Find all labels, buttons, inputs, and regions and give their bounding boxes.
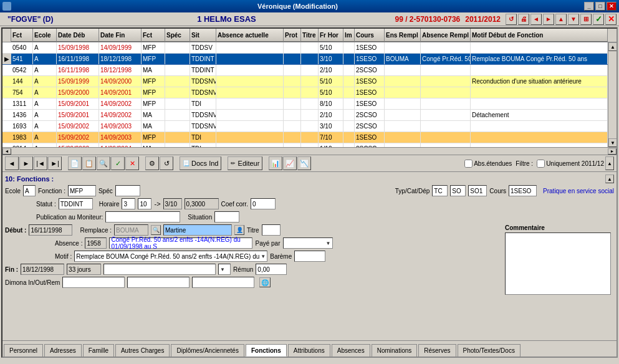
scroll-up-btn[interactable]: ▲ bbox=[608, 42, 617, 51]
table-row[interactable]: 1436 A 15/09/2001 14/09/2002 MA TDDSNV 2… bbox=[2, 110, 608, 121]
scroll-down-btn[interactable]: ▼ bbox=[608, 138, 617, 147]
dimona-input[interactable] bbox=[62, 277, 125, 288]
abs-etendues-input[interactable] bbox=[464, 160, 473, 168]
th-fr-hor[interactable]: Fr Hor bbox=[319, 29, 343, 42]
close-button[interactable]: ✕ bbox=[607, 2, 617, 11]
form-collapse-btn[interactable]: ▲ bbox=[605, 175, 614, 183]
table-row[interactable]: 144 A 15/09/1999 14/09/2000 MFP TDDSNV 5… bbox=[2, 76, 608, 87]
table-row[interactable]: 1311 A 15/09/2001 14/09/2002 MFP TDI 8/1… bbox=[2, 98, 608, 110]
titre-input[interactable] bbox=[262, 224, 281, 236]
search-person-btn[interactable]: 🔍 bbox=[151, 225, 161, 235]
tab-absences[interactable]: Absences bbox=[332, 344, 370, 357]
th-date-fin[interactable]: Date Fin bbox=[99, 29, 142, 42]
tab-photo[interactable]: Photo/Textes/Docs bbox=[458, 344, 521, 357]
nav-grid-icon[interactable]: ⊞ bbox=[580, 14, 592, 25]
fin-extra-input[interactable] bbox=[103, 264, 216, 275]
filter-btn[interactable]: 🔍 bbox=[97, 156, 110, 170]
nav-up-icon[interactable]: ▲ bbox=[555, 14, 567, 25]
nav-check-icon[interactable]: ✓ bbox=[593, 14, 604, 25]
copy-btn[interactable]: 📋 bbox=[82, 156, 96, 170]
minimize-button[interactable]: _ bbox=[584, 2, 594, 11]
abs-etendues-checkbox[interactable]: Abs.étendues bbox=[464, 160, 512, 168]
hscroll-track[interactable] bbox=[11, 148, 608, 155]
th-absence-rempl[interactable]: Absence Rempl bbox=[421, 29, 471, 42]
coef-corr-input[interactable]: 0 bbox=[251, 198, 276, 209]
nav-left-icon[interactable]: ◄ bbox=[530, 14, 542, 25]
table-row[interactable]: 754 A 15/09/2000 14/09/2001 MFP TDDSNV 5… bbox=[2, 87, 608, 98]
tool-extra-3[interactable]: 📊 bbox=[269, 156, 282, 170]
horizontal-scroll[interactable]: ◄ ► bbox=[2, 147, 617, 155]
th-ens-rempl[interactable]: Ens Rempl bbox=[385, 29, 421, 42]
nav-right-icon[interactable]: ► bbox=[543, 14, 554, 25]
cours-input[interactable]: 1SESO bbox=[509, 185, 537, 196]
tool-extra-5[interactable]: 📉 bbox=[297, 156, 311, 170]
check-btn[interactable]: ✓ bbox=[111, 156, 125, 170]
tab-autres-charges[interactable]: Autres Charges bbox=[115, 344, 170, 357]
personne-input[interactable]: Martine bbox=[163, 224, 232, 236]
docs-ind-btn[interactable]: 📃 Docs Ind bbox=[180, 156, 221, 170]
table-row[interactable]: 0542 A 16/11/1998 18/12/1998 MA TDDINT 2… bbox=[2, 65, 608, 76]
motif-combo[interactable]: Remplace BOUMA Congé Pr.Réd. 50 ans/2 en… bbox=[74, 251, 267, 262]
uniquement-input[interactable] bbox=[537, 160, 545, 168]
personne-icon-btn[interactable]: 👤 bbox=[234, 225, 244, 235]
tab-fonctions[interactable]: Fonctions bbox=[246, 344, 287, 357]
th-sit[interactable]: Sit bbox=[190, 29, 216, 42]
uniquement-checkbox[interactable]: Uniquement 2011/12 bbox=[537, 160, 604, 168]
tab-attributions[interactable]: Attributions bbox=[288, 344, 330, 357]
situation-input[interactable] bbox=[214, 211, 239, 223]
th-cours[interactable]: Cours bbox=[355, 29, 385, 42]
table-row[interactable]: 1983 A 15/09/2002 14/09/2003 MFP TDI 7/1… bbox=[2, 132, 608, 143]
absence-desc[interactable]: Congé Pr.Réd. 50 ans/2 enfts -14A(N.REG)… bbox=[109, 237, 252, 249]
so-input[interactable]: SO bbox=[450, 185, 466, 196]
dimona-input3[interactable] bbox=[192, 277, 254, 288]
x-btn[interactable]: ✕ bbox=[125, 156, 139, 170]
fin-combo[interactable]: ▼ bbox=[218, 264, 231, 275]
th-date-deb[interactable]: Date Déb bbox=[57, 29, 99, 42]
nav-x-icon[interactable]: ✕ bbox=[605, 14, 617, 25]
tab-famille[interactable]: Famille bbox=[83, 344, 114, 357]
horaire-den-input[interactable]: 10 bbox=[138, 198, 151, 209]
th-im[interactable]: Im bbox=[343, 29, 355, 42]
nav-prev-btn[interactable]: ◄ bbox=[5, 156, 19, 170]
table-vertical-scroll[interactable]: ▲ ▼ bbox=[608, 42, 617, 147]
pub-moniteur-input[interactable] bbox=[105, 211, 180, 223]
nav-down-icon[interactable]: ▼ bbox=[568, 14, 579, 25]
fonction-input[interactable]: MFP bbox=[68, 185, 96, 196]
editeur-btn[interactable]: ✏ Editeur bbox=[228, 156, 262, 170]
th-motif[interactable]: Motif Début de Fonction bbox=[471, 29, 608, 42]
th-spec[interactable]: Spéc bbox=[165, 29, 190, 42]
tool-extra-4[interactable]: 📈 bbox=[283, 156, 297, 170]
commentaire-textarea[interactable] bbox=[505, 232, 611, 295]
tool-extra-1[interactable]: ⚙ bbox=[145, 156, 159, 170]
scroll-track[interactable] bbox=[608, 51, 617, 138]
th-absence[interactable]: Absence actuelle bbox=[216, 29, 284, 42]
nav-print-icon[interactable]: 🖨 bbox=[518, 14, 529, 25]
tab-adresses[interactable]: Adresses bbox=[44, 344, 82, 357]
tc-input[interactable]: TC bbox=[432, 185, 448, 196]
th-prot[interactable]: Prot bbox=[284, 29, 301, 42]
globe-icon-btn[interactable]: 🌐 bbox=[259, 277, 271, 287]
maximize-button[interactable]: □ bbox=[595, 2, 605, 11]
table-row[interactable]: 0540 A 15/09/1998 14/09/1999 MFP TDDSV 5… bbox=[2, 42, 608, 54]
tab-nominations[interactable]: Nominations bbox=[372, 344, 418, 357]
nav-next-btn[interactable]: ► bbox=[19, 156, 33, 170]
ecole-input[interactable]: A bbox=[23, 185, 36, 196]
so1-input[interactable]: SO1 bbox=[468, 185, 487, 196]
table-row[interactable]: 1693 A 15/09/2002 14/09/2003 MA TDDSNV 3… bbox=[2, 121, 608, 132]
th-fct2[interactable]: Fct bbox=[142, 29, 165, 42]
th-fct[interactable]: Fct bbox=[11, 29, 33, 42]
nav-refresh-icon[interactable]: ↺ bbox=[506, 14, 517, 25]
dimona-input2[interactable] bbox=[127, 277, 190, 288]
hscroll-right[interactable]: ► bbox=[608, 148, 617, 155]
tab-diplomes[interactable]: Diplômes/Anciennetés bbox=[171, 344, 244, 357]
horaire-num-input[interactable]: 3 bbox=[122, 198, 135, 209]
th-titre[interactable]: Titre bbox=[301, 29, 319, 42]
th-ecole[interactable]: Ecole bbox=[33, 29, 57, 42]
statut-input[interactable]: TDDINT bbox=[59, 198, 93, 209]
tool-extra-2[interactable]: ↺ bbox=[160, 156, 173, 170]
spec-input[interactable] bbox=[115, 185, 140, 196]
table-row[interactable]: ▶ 541 A 16/11/1998 18/12/1998 MFP TDDINT… bbox=[2, 54, 608, 65]
remplace-input[interactable]: BOUMA bbox=[114, 224, 148, 236]
nav-first-btn[interactable]: |◄ bbox=[34, 156, 47, 170]
hscroll-left[interactable]: ◄ bbox=[2, 148, 11, 155]
